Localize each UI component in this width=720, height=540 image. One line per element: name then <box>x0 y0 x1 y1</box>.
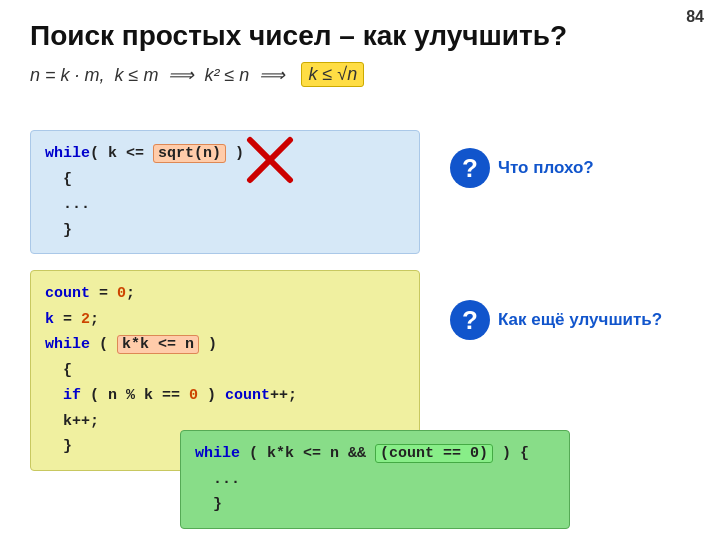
question-bubble-good: ? Как ещё улучшить? <box>450 300 662 340</box>
code-paren-close-3: ) { <box>493 445 529 462</box>
code-paren-3: ( k*k <= n && <box>240 445 375 462</box>
question-text-bad: Что плохо? <box>498 158 594 178</box>
question-text-good: Как ещё улучшить? <box>498 310 662 330</box>
code-brace-close-2: } <box>45 438 72 455</box>
code-dots-2: ... <box>195 471 240 488</box>
code-while-2: while <box>45 336 90 353</box>
question-circle-bad: ? <box>450 148 490 188</box>
code-while-1: while <box>45 145 90 162</box>
code-brace-close-3: } <box>195 496 222 513</box>
code-paren-2: ( <box>90 336 117 353</box>
code-paren-close-2: ) <box>199 336 217 353</box>
code-count-highlight: (count == 0) <box>375 444 493 463</box>
code-k-init: k = 2; <box>45 311 99 328</box>
code-block-bad: while( k <= sqrt(n) ) { ... } <box>30 130 420 254</box>
code-brace-open-2: { <box>45 362 72 379</box>
page-title: Поиск простых чисел – как улучшить? <box>30 20 690 52</box>
code-dots-1: ... <box>45 196 90 213</box>
code-brace-close-1: } <box>45 222 72 239</box>
code-kkn-highlight: k*k <= n <box>117 335 199 354</box>
formula-text: n = k · m, k ≤ m ⟹ k² ≤ n ⟹ <box>30 64 295 86</box>
code-if-line: if ( n % k == 0 ) count++; <box>45 387 297 404</box>
question-bubble-bad: ? Что плохо? <box>450 148 594 188</box>
question-circle-good: ? <box>450 300 490 340</box>
code-paren-close-1: ) <box>226 145 244 162</box>
code-while-3: while <box>195 445 240 462</box>
code-brace-open-1: { <box>45 171 72 188</box>
code-paren-1: ( k <= <box>90 145 153 162</box>
formula-highlight: k ≤ √n <box>301 62 364 87</box>
slide: 84 Поиск простых чисел – как улучшить? n… <box>0 0 720 540</box>
code-sqrt-highlight: sqrt(n) <box>153 144 226 163</box>
code-k-inc: k++; <box>45 413 99 430</box>
code-count: count = 0; <box>45 285 135 302</box>
code-block-better: while ( k*k <= n && (count == 0) ) { ...… <box>180 430 570 529</box>
slide-number: 84 <box>686 8 704 26</box>
formula-line: n = k · m, k ≤ m ⟹ k² ≤ n ⟹ k ≤ √n <box>30 62 690 87</box>
